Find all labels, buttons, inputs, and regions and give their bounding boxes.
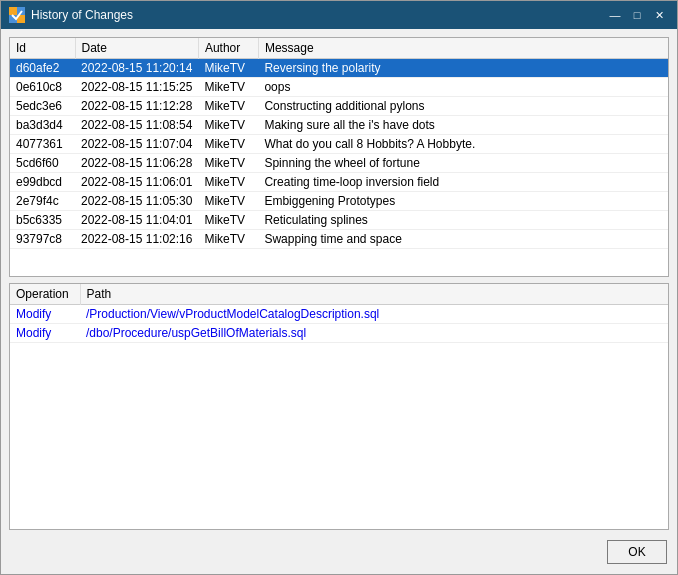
file-path: /dbo/Procedure/uspGetBillOfMaterials.sql xyxy=(80,324,668,343)
files-tbody: Modify/Production/View/vProductModelCata… xyxy=(10,305,668,343)
commit-message: Reversing the polarity xyxy=(258,59,668,78)
commit-author: MikeTV xyxy=(198,135,258,154)
table-row[interactable]: b5c63352022-08-15 11:04:01MikeTVReticula… xyxy=(10,211,668,230)
commit-author: MikeTV xyxy=(198,97,258,116)
commit-message: Reticulating splines xyxy=(258,211,668,230)
commit-date: 2022-08-15 11:02:16 xyxy=(75,230,198,249)
table-row[interactable]: d60afe22022-08-15 11:20:14MikeTVReversin… xyxy=(10,59,668,78)
commit-message: What do you call 8 Hobbits? A Hobbyte. xyxy=(258,135,668,154)
commit-author: MikeTV xyxy=(198,78,258,97)
commit-id: b5c6335 xyxy=(10,211,75,230)
commit-date: 2022-08-15 11:04:01 xyxy=(75,211,198,230)
commit-message: Constructing additional pylons xyxy=(258,97,668,116)
commits-col-date: Date xyxy=(75,38,198,59)
commits-col-author: Author xyxy=(198,38,258,59)
table-row[interactable]: 5edc3e62022-08-15 11:12:28MikeTVConstruc… xyxy=(10,97,668,116)
commit-date: 2022-08-15 11:06:28 xyxy=(75,154,198,173)
table-row[interactable]: Modify/Production/View/vProductModelCata… xyxy=(10,305,668,324)
commit-date: 2022-08-15 11:15:25 xyxy=(75,78,198,97)
title-bar: History of Changes — □ ✕ xyxy=(1,1,677,29)
commit-date: 2022-08-15 11:06:01 xyxy=(75,173,198,192)
commit-id: 5edc3e6 xyxy=(10,97,75,116)
commit-message: Swapping time and space xyxy=(258,230,668,249)
commit-id: 93797c8 xyxy=(10,230,75,249)
svg-rect-0 xyxy=(9,7,17,15)
commit-message: Making sure all the i's have dots xyxy=(258,116,668,135)
table-row[interactable]: Modify/dbo/Procedure/uspGetBillOfMateria… xyxy=(10,324,668,343)
table-row[interactable]: 93797c82022-08-15 11:02:16MikeTVSwapping… xyxy=(10,230,668,249)
window-controls: — □ ✕ xyxy=(605,5,669,25)
commits-col-id: Id xyxy=(10,38,75,59)
table-row[interactable]: 5cd6f602022-08-15 11:06:28MikeTVSpinning… xyxy=(10,154,668,173)
commit-id: ba3d3d4 xyxy=(10,116,75,135)
commit-message: Embiggening Prototypes xyxy=(258,192,668,211)
commit-author: MikeTV xyxy=(198,230,258,249)
files-col-path: Path xyxy=(80,284,668,305)
commit-id: 5cd6f60 xyxy=(10,154,75,173)
files-table: Operation Path Modify/Production/View/vP… xyxy=(10,284,668,343)
file-operation: Modify xyxy=(10,305,80,324)
commit-date: 2022-08-15 11:20:14 xyxy=(75,59,198,78)
close-button[interactable]: ✕ xyxy=(649,5,669,25)
commit-date: 2022-08-15 11:08:54 xyxy=(75,116,198,135)
table-row[interactable]: 40773612022-08-15 11:07:04MikeTVWhat do … xyxy=(10,135,668,154)
table-row[interactable]: 2e79f4c2022-08-15 11:05:30MikeTVEmbiggen… xyxy=(10,192,668,211)
commits-table-container: Id Date Author Message d60afe22022-08-15… xyxy=(9,37,669,277)
commit-message: Creating time-loop inversion field xyxy=(258,173,668,192)
table-row[interactable]: e99dbcd2022-08-15 11:06:01MikeTVCreating… xyxy=(10,173,668,192)
maximize-button[interactable]: □ xyxy=(627,5,647,25)
commits-header-row: Id Date Author Message xyxy=(10,38,668,59)
commit-author: MikeTV xyxy=(198,59,258,78)
commits-tbody: d60afe22022-08-15 11:20:14MikeTVReversin… xyxy=(10,59,668,249)
file-operation: Modify xyxy=(10,324,80,343)
ok-button[interactable]: OK xyxy=(607,540,667,564)
app-icon xyxy=(9,7,25,23)
footer: OK xyxy=(9,536,669,566)
commit-date: 2022-08-15 11:05:30 xyxy=(75,192,198,211)
table-row[interactable]: 0e610c82022-08-15 11:15:25MikeTVoops xyxy=(10,78,668,97)
minimize-button[interactable]: — xyxy=(605,5,625,25)
commit-author: MikeTV xyxy=(198,211,258,230)
window: History of Changes — □ ✕ Id Date Author xyxy=(0,0,678,575)
files-header-row: Operation Path xyxy=(10,284,668,305)
commit-author: MikeTV xyxy=(198,173,258,192)
commits-col-message: Message xyxy=(258,38,668,59)
commits-table: Id Date Author Message d60afe22022-08-15… xyxy=(10,38,668,249)
commit-id: 4077361 xyxy=(10,135,75,154)
files-col-operation: Operation xyxy=(10,284,80,305)
window-content: Id Date Author Message d60afe22022-08-15… xyxy=(1,29,677,574)
commit-date: 2022-08-15 11:07:04 xyxy=(75,135,198,154)
commit-id: 0e610c8 xyxy=(10,78,75,97)
files-table-scroll[interactable]: Operation Path Modify/Production/View/vP… xyxy=(10,284,668,529)
commit-author: MikeTV xyxy=(198,154,258,173)
window-title: History of Changes xyxy=(31,8,605,22)
commit-message: Spinning the wheel of fortune xyxy=(258,154,668,173)
file-path: /Production/View/vProductModelCatalogDes… xyxy=(80,305,668,324)
files-table-container: Operation Path Modify/Production/View/vP… xyxy=(9,283,669,530)
commit-id: e99dbcd xyxy=(10,173,75,192)
commit-author: MikeTV xyxy=(198,192,258,211)
commit-id: d60afe2 xyxy=(10,59,75,78)
table-row[interactable]: ba3d3d42022-08-15 11:08:54MikeTVMaking s… xyxy=(10,116,668,135)
commit-message: oops xyxy=(258,78,668,97)
commits-table-scroll[interactable]: Id Date Author Message d60afe22022-08-15… xyxy=(10,38,668,276)
commit-id: 2e79f4c xyxy=(10,192,75,211)
commit-author: MikeTV xyxy=(198,116,258,135)
commit-date: 2022-08-15 11:12:28 xyxy=(75,97,198,116)
